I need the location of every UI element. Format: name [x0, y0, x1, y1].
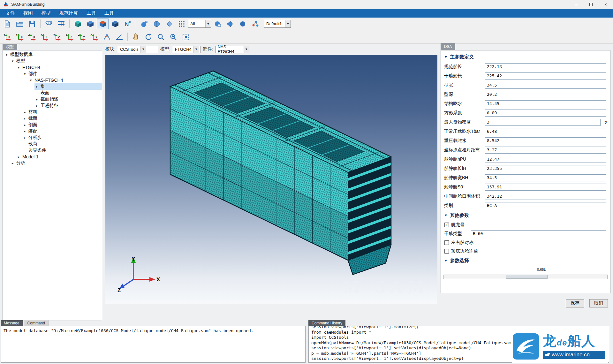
- tree-node-部件[interactable]: ▾部件: [3, 71, 102, 77]
- tree-node-材料[interactable]: ▸材料: [3, 109, 102, 115]
- save-model-button[interactable]: [26, 19, 38, 29]
- chevron-down-icon[interactable]: ▼: [244, 46, 249, 53]
- bilge-keel-checkbox[interactable]: ✓: [444, 223, 449, 227]
- param-input[interactable]: 34.5: [485, 174, 606, 181]
- view-orientation-button-3[interactable]: ZX: [26, 32, 38, 42]
- tree-node-label[interactable]: 截面指派: [39, 96, 60, 102]
- view-cube-teal-button[interactable]: [72, 19, 84, 29]
- tab-command[interactable]: Command: [24, 320, 49, 326]
- node-label-button[interactable]: N: [122, 19, 133, 29]
- view-cube-active-button[interactable]: [97, 19, 109, 29]
- view-orientation-button-7[interactable]: ZY: [76, 32, 88, 42]
- tree-node-剖面[interactable]: ▸剖面: [3, 122, 102, 128]
- minimize-button[interactable]: –: [569, 0, 584, 9]
- param-slider[interactable]: [443, 275, 608, 279]
- save-button[interactable]: 保存: [566, 299, 584, 307]
- menu-item-4[interactable]: 工具: [82, 9, 100, 18]
- chevron-right-icon[interactable]: ▸: [34, 85, 39, 89]
- chevron-right-icon[interactable]: ▸: [22, 129, 27, 133]
- chevron-right-icon[interactable]: ▸: [22, 136, 27, 140]
- tree-node-label[interactable]: 表面: [39, 90, 51, 96]
- tree-node-边界条件[interactable]: 边界条件: [3, 147, 102, 154]
- ship-section-button[interactable]: [43, 19, 55, 29]
- color-code-button[interactable]: [237, 19, 248, 29]
- param-input[interactable]: BC-A: [485, 202, 606, 209]
- new-model-button[interactable]: [1, 19, 13, 29]
- view-orientation-button-4[interactable]: XZ: [39, 32, 50, 42]
- zoom-view-button[interactable]: [155, 32, 167, 42]
- tree-node-label[interactable]: FTGCH4: [21, 65, 42, 70]
- chevron-right-icon[interactable]: ▸: [34, 104, 39, 108]
- color-mapping-button[interactable]: [249, 19, 261, 29]
- section-other-params[interactable]: ▼ 其他参数: [443, 210, 608, 220]
- view-cube-dark-button[interactable]: [109, 19, 121, 29]
- tree-node-label[interactable]: 材料: [27, 109, 39, 115]
- tree-node-装配[interactable]: ▸装配: [3, 128, 102, 134]
- maximize-button[interactable]: [584, 0, 598, 9]
- filter-select[interactable]: All ▼: [188, 20, 211, 28]
- section-param-select[interactable]: ▼ 参数选择: [443, 255, 608, 266]
- display-group-button[interactable]: [212, 19, 223, 29]
- tree-node-模型[interactable]: ▾模型: [3, 58, 102, 64]
- tree-node-分析[interactable]: ▸分析: [3, 160, 102, 166]
- menu-item-3[interactable]: 规范计算: [55, 9, 82, 18]
- chevron-down-icon[interactable]: ▼: [285, 20, 291, 27]
- param-input[interactable]: 6.48: [485, 128, 606, 135]
- pan-view-button[interactable]: [130, 32, 142, 42]
- chevron-down-icon[interactable]: ▼: [193, 46, 199, 53]
- tree-node-label[interactable]: 装配: [27, 128, 39, 134]
- param-input[interactable]: 225.42: [485, 72, 606, 80]
- tree-node-label[interactable]: 工程特征: [39, 103, 60, 109]
- tab-message[interactable]: Message: [1, 320, 23, 326]
- tree-node-label[interactable]: 模型: [15, 58, 26, 64]
- module-select[interactable]: CCSTools ▼: [118, 46, 158, 53]
- measure-distance-button[interactable]: [113, 32, 125, 42]
- zoom-box-button[interactable]: [180, 32, 192, 42]
- menu-item-0[interactable]: 文件: [1, 9, 19, 18]
- freeboard-type-input[interactable]: B-60: [471, 230, 606, 237]
- menu-item-1[interactable]: 视图: [19, 9, 37, 18]
- param-input[interactable]: 12.47: [485, 156, 606, 163]
- param-input[interactable]: 14.45: [485, 100, 606, 107]
- tree-node-Model-1[interactable]: ▸Model-1: [3, 154, 102, 160]
- part-select[interactable]: NAS-FTGCH4 ▼: [216, 46, 249, 53]
- param-input[interactable]: 222.13: [485, 63, 606, 70]
- tree-node-分析步[interactable]: ▸分析步: [3, 134, 102, 141]
- tree-node-label[interactable]: 分析: [15, 160, 26, 166]
- tree-node-模型数据库[interactable]: ▾模型数据库: [3, 51, 102, 58]
- tree-node-label[interactable]: 模型数据库: [9, 52, 34, 57]
- viewport-3d[interactable]: Y X Z M-SAM: [105, 55, 437, 304]
- tab-dsa[interactable]: DSA: [441, 43, 455, 50]
- param-input[interactable]: 8.542: [485, 137, 606, 144]
- chevron-right-icon[interactable]: ▸: [10, 161, 15, 165]
- mesh-grid-button[interactable]: [176, 19, 187, 29]
- view-orientation-button-1[interactable]: YX: [1, 32, 13, 42]
- tree-node-label[interactable]: 截面: [27, 116, 39, 121]
- create-surface-button[interactable]: [151, 19, 163, 29]
- open-model-button[interactable]: [14, 19, 26, 29]
- chevron-down-icon[interactable]: ▾: [16, 65, 21, 70]
- tree-node-截面指派[interactable]: ▸截面指派: [3, 96, 102, 102]
- chevron-down-icon[interactable]: ▾: [28, 78, 33, 82]
- ship-profile-button[interactable]: [55, 19, 67, 29]
- tree-node-label[interactable]: 边界条件: [27, 148, 48, 153]
- close-button[interactable]: ×: [598, 0, 613, 9]
- chevron-down-icon[interactable]: ▾: [4, 53, 9, 57]
- tree-node-表面[interactable]: 表面: [3, 90, 102, 96]
- param-input[interactable]: 157.91: [485, 184, 606, 191]
- menu-item-2[interactable]: 模型: [37, 9, 55, 18]
- display-options-button[interactable]: [224, 19, 236, 29]
- top-bottom-connect-checkbox[interactable]: [444, 249, 449, 254]
- chevron-right-icon[interactable]: ▸: [34, 97, 39, 102]
- chevron-down-icon[interactable]: ▾: [10, 59, 15, 63]
- menu-item-5[interactable]: 工具: [100, 9, 118, 18]
- chevron-right-icon[interactable]: ▸: [22, 117, 27, 121]
- view-orientation-button-5[interactable]: YZ: [51, 32, 63, 42]
- param-input[interactable]: 23.355: [485, 165, 606, 172]
- chevron-down-icon[interactable]: ▼: [205, 20, 211, 27]
- zoom-in-button[interactable]: [167, 32, 179, 42]
- slider-thumb[interactable]: [506, 275, 548, 279]
- chevron-right-icon[interactable]: ▸: [22, 110, 27, 114]
- chevron-down-icon[interactable]: ▾: [22, 72, 27, 76]
- create-set-button[interactable]: [138, 19, 150, 29]
